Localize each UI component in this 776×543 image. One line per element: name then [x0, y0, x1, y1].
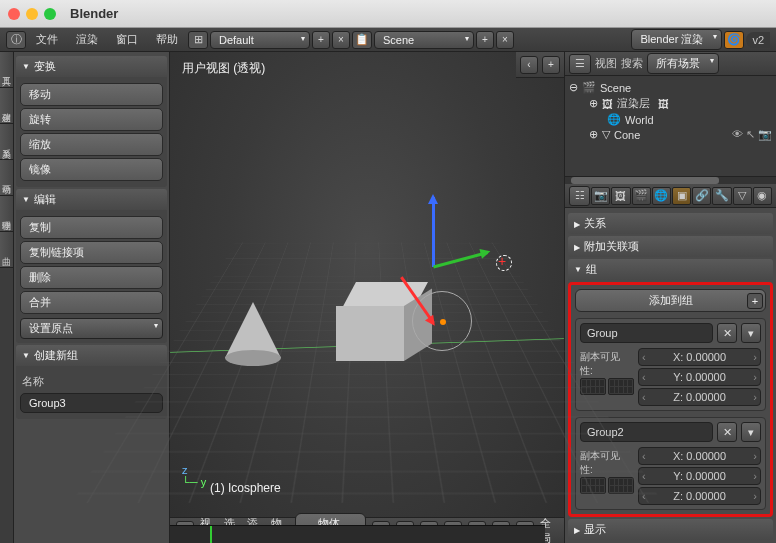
group-offset-x[interactable]: ‹X: 0.00000› [638, 447, 761, 465]
scene-icon[interactable]: 📋 [352, 31, 372, 49]
menu-file[interactable]: 文件 [28, 32, 66, 47]
cube-object[interactable] [330, 282, 412, 364]
zoom-window-button[interactable] [44, 8, 56, 20]
timeline-playhead[interactable] [210, 526, 212, 543]
group-menu-button[interactable]: ▾ [741, 422, 761, 442]
dupli-visibility-label: 副本可见性: [580, 348, 632, 378]
edit-panel-header[interactable]: 编辑 [16, 189, 167, 210]
mirror-button[interactable]: 镜像 [20, 158, 163, 181]
screen-layout-dropdown[interactable]: Default [210, 31, 310, 49]
tree-world[interactable]: World [625, 114, 654, 126]
render-engine-dropdown[interactable]: Blender 渲染 [631, 29, 722, 50]
extra-relations-panel-header[interactable]: 附加关联项 [568, 236, 773, 257]
axis-orientation-gizmo: z└─ y [182, 464, 206, 488]
group-offset-y[interactable]: ‹Y: 0.00000› [638, 368, 761, 386]
3d-viewport[interactable]: ‹ + 用户视图 (透视) z└─ y (1) Icosphere ◧ 视图 选… [170, 52, 564, 543]
vtab-tools[interactable]: 工具 [0, 52, 13, 88]
disclosure-minus-icon[interactable]: ⊖ [569, 81, 578, 94]
vtab-curve[interactable]: 曲 [0, 232, 13, 268]
relations-panel-header[interactable]: 关系 [568, 213, 773, 234]
tab-material[interactable]: ◉ [753, 187, 772, 205]
remove-layout-button[interactable]: × [332, 31, 350, 49]
remove-group-button[interactable]: ✕ [717, 422, 737, 442]
outliner-view-menu[interactable]: 视图 [595, 56, 617, 71]
group-panel-header[interactable]: 组 [568, 259, 773, 280]
selectable-cursor-icon[interactable]: ↖ [746, 128, 755, 141]
view-perspective-label: 用户视图 (透视) [182, 60, 265, 77]
scene-dropdown[interactable]: Scene [374, 31, 474, 49]
group-offset-y[interactable]: ‹Y: 0.00000› [638, 467, 761, 485]
minimize-window-button[interactable] [26, 8, 38, 20]
visibility-eye-icon[interactable]: 👁 [732, 128, 743, 141]
tab-object[interactable]: ▣ [672, 187, 691, 205]
version-label: v2 [746, 32, 770, 48]
translate-button[interactable]: 移动 [20, 83, 163, 106]
tab-constraints[interactable]: 🔗 [692, 187, 711, 205]
outliner-filter-dropdown[interactable]: 所有场景 [647, 53, 719, 74]
tab-world[interactable]: 🌐 [652, 187, 671, 205]
set-origin-dropdown[interactable]: 设置原点 [20, 318, 163, 339]
editor-type-icon[interactable]: ⓘ [6, 31, 26, 49]
remove-scene-button[interactable]: × [496, 31, 514, 49]
tab-modifiers[interactable]: 🔧 [712, 187, 731, 205]
dupli-layers-b[interactable] [608, 378, 634, 395]
renderable-camera-icon[interactable]: 📷 [758, 128, 772, 141]
group-offset-x[interactable]: ‹X: 0.00000› [638, 348, 761, 366]
layout-icon[interactable]: ⊞ [188, 31, 208, 49]
timeline[interactable] [170, 525, 545, 543]
plus-icon[interactable]: + [747, 293, 763, 309]
blender-logo-icon: 🌀 [724, 31, 744, 49]
disclosure-plus-icon[interactable]: ⊕ [589, 97, 598, 110]
add-to-group-button[interactable]: 添加到组 + [575, 289, 766, 312]
app-title: Blender [70, 6, 118, 21]
tree-renderlayers[interactable]: 渲染层 [617, 96, 650, 111]
vtab-create[interactable]: 创建 [0, 88, 13, 124]
add-scene-button[interactable]: + [476, 31, 494, 49]
vp-collapse-icon[interactable]: ‹ [520, 56, 538, 74]
duplicate-linked-button[interactable]: 复制链接项 [20, 241, 163, 264]
vtab-relations[interactable]: 关系 [0, 124, 13, 160]
properties-tabs: ☷ 📷 🖼 🎬 🌐 ▣ 🔗 🔧 ▽ ◉ [565, 184, 776, 208]
menu-window[interactable]: 窗口 [108, 32, 146, 47]
tree-scene[interactable]: Scene [600, 82, 631, 94]
add-layout-button[interactable]: + [312, 31, 330, 49]
group-menu-button[interactable]: ▾ [741, 323, 761, 343]
cone-object[interactable] [225, 302, 281, 366]
tab-data[interactable]: ▽ [733, 187, 752, 205]
scene-icon: 🎬 [582, 81, 596, 94]
info-header: ⓘ 文件 渲染 窗口 帮助 ⊞ Default + × 📋 Scene + × … [0, 28, 776, 52]
delete-button[interactable]: 删除 [20, 266, 163, 289]
duplicate-button[interactable]: 复制 [20, 216, 163, 239]
object-origin-gizmo [412, 291, 472, 351]
window-titlebar: Blender [0, 0, 776, 28]
renderlayer-icon: 🖼 [602, 98, 613, 110]
remove-group-button[interactable]: ✕ [717, 323, 737, 343]
transform-panel-header[interactable]: 变换 [16, 56, 167, 77]
display-panel-header[interactable]: 显示 [568, 519, 773, 540]
group-name-field[interactable]: Group [580, 323, 713, 343]
create-new-group-panel-header[interactable]: 创建新组 [16, 345, 167, 366]
menu-render[interactable]: 渲染 [68, 32, 106, 47]
join-button[interactable]: 合并 [20, 291, 163, 314]
world-icon: 🌐 [607, 113, 621, 126]
outliner[interactable]: ⊖🎬Scene ⊕🖼渲染层🖽 🌐World ⊕▽Cone 👁↖📷 [565, 76, 776, 176]
outliner-editor-icon[interactable]: ☰ [569, 54, 591, 74]
properties-editor-icon[interactable]: ☷ [569, 186, 590, 206]
rotate-button[interactable]: 旋转 [20, 108, 163, 131]
tab-render[interactable]: 📷 [591, 187, 610, 205]
group-offset-z[interactable]: ‹Z: 0.00000› [638, 388, 761, 406]
disclosure-plus-icon[interactable]: ⊕ [589, 128, 598, 141]
outliner-search-menu[interactable]: 搜索 [621, 56, 643, 71]
vtab-physics[interactable]: 物理 [0, 196, 13, 232]
tab-scene[interactable]: 🎬 [632, 187, 651, 205]
tree-cone[interactable]: Cone [614, 129, 640, 141]
menu-help[interactable]: 帮助 [148, 32, 186, 47]
manipulator-z-axis[interactable] [432, 197, 435, 267]
3d-cursor[interactable] [492, 251, 514, 273]
scale-button[interactable]: 缩放 [20, 133, 163, 156]
tab-renderlayer[interactable]: 🖼 [611, 187, 630, 205]
outliner-scrollbar[interactable] [565, 176, 776, 184]
vp-plus-icon[interactable]: + [542, 56, 560, 74]
close-window-button[interactable] [8, 8, 20, 20]
vtab-animation[interactable]: 动画 [0, 160, 13, 196]
